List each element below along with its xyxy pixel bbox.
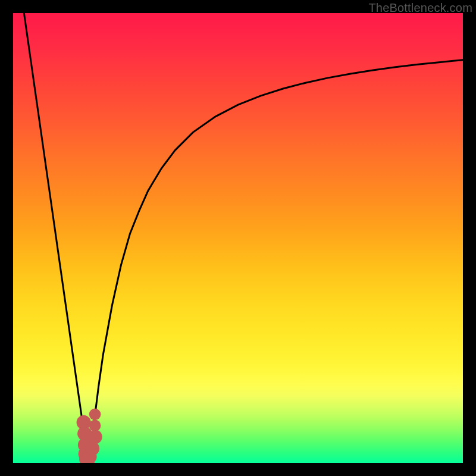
chart-frame: TheBottleneck.com — [0, 0, 476, 476]
plot-area — [13, 13, 463, 463]
watermark-text: TheBottleneck.com — [368, 1, 472, 15]
curve-right-branch — [90, 60, 463, 463]
marker-dot — [89, 409, 101, 421]
curve-left-branch — [18, 13, 90, 463]
curves-layer — [13, 13, 463, 463]
marker-dot — [87, 430, 102, 444]
marker-dot — [89, 419, 101, 431]
